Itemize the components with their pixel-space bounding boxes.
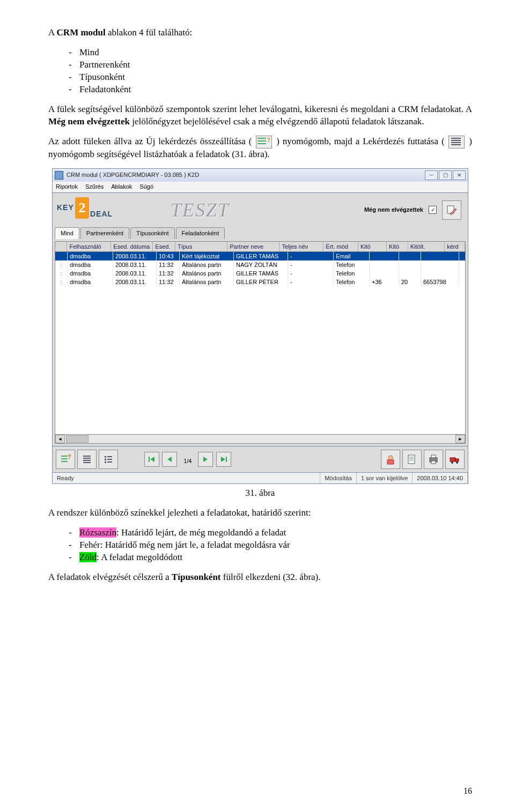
banner: KEY 2 DEAL TESZT Még nem elvégzettek ✓ (52, 193, 468, 227)
user-button[interactable] (381, 450, 400, 469)
cell: Kért tájékoztat (180, 252, 234, 260)
figure-31: CRM modul ( XDPGENCRMDIARY - 03.085 ) K2… (48, 168, 472, 485)
svg-rect-28 (226, 457, 227, 462)
print-button[interactable] (424, 450, 443, 469)
cell: GILLER TAMÁS (234, 269, 288, 278)
grid-body[interactable]: : dmsdba 2008.03.11. 10:43 Kért tájékozt… (55, 252, 466, 435)
cell: - (288, 252, 334, 260)
grid-header: Felhasználó Esed. dátuma Esed. Típus Par… (55, 241, 466, 252)
cell: 2008.03.11. (113, 278, 157, 286)
cell (399, 252, 421, 260)
cell: - (288, 269, 334, 278)
row-selector[interactable]: : (55, 260, 68, 269)
svg-rect-20 (107, 459, 112, 460)
svg-rect-18 (107, 456, 112, 457)
cell: - (288, 260, 334, 269)
svg-point-40 (451, 461, 453, 464)
new-query-icon: ? (256, 136, 272, 148)
cell: Általános partn (180, 260, 234, 269)
col-ert-mod[interactable]: Ért. mód (323, 242, 358, 252)
last-page-button[interactable] (216, 452, 231, 467)
text: ) nyomógomb, majd a Lekérdezés futtatása… (276, 136, 444, 146)
edit-button[interactable] (442, 200, 461, 220)
logo-deal: DEAL (90, 209, 113, 219)
horizontal-scrollbar[interactable]: ◄ ► (55, 435, 466, 444)
col-tipus[interactable]: Típus (175, 242, 227, 252)
row-selector[interactable]: : (55, 252, 68, 260)
tab-partnerenkent[interactable]: Partnerenként (80, 227, 129, 239)
tab-bar: Mind Partnerenként Típusonként Feladaton… (52, 227, 468, 239)
col-kito[interactable]: Kitö (358, 242, 387, 252)
cell: +36 (370, 278, 399, 286)
list-button[interactable] (99, 450, 118, 469)
col-teljes-nev[interactable]: Teljes név (279, 242, 323, 252)
col-kitolt[interactable]: Kitölt. (408, 242, 445, 252)
list-item: Zöld: A feladat megoldódott (48, 552, 472, 564)
col-kito2[interactable]: Kitö (387, 242, 408, 252)
title-bar: CRM modul ( XDPGENCRMDIARY - 03.085 ) K2… (52, 168, 468, 182)
text: Az adott füleken állva az Új lekérdezés … (48, 136, 252, 146)
col-esed-datuma[interactable]: Esed. dátuma (111, 242, 153, 252)
table-row[interactable]: : dmsdba 2008.03.11. 11:32 Általános par… (55, 260, 465, 269)
cell: dmsdba (68, 260, 113, 269)
scroll-left-button[interactable]: ◄ (55, 435, 65, 443)
text: A feladatok elvégzését célszerű a (48, 572, 172, 582)
cell: Telefon (334, 260, 370, 269)
app-icon (55, 171, 63, 180)
grid-wrap: Felhasználó Esed. dátuma Esed. Típus Par… (52, 239, 468, 447)
col-partner-neve[interactable]: Partner neve (227, 242, 279, 252)
menu-ablakok[interactable]: Ablakok (111, 183, 132, 191)
cell: - (288, 278, 334, 286)
col-esed[interactable]: Esed. (153, 242, 175, 252)
cell: NAGY ZOLTÁN (234, 260, 288, 269)
row-selector[interactable]: : (55, 269, 68, 278)
cell (421, 260, 459, 269)
menu-szures[interactable]: Szűrés (85, 183, 104, 191)
text: Fehér: Határidő még nem járt le, a felad… (79, 540, 290, 550)
col-kerd[interactable]: kérd (445, 242, 465, 252)
run-query-icon (448, 136, 465, 148)
cell (421, 252, 459, 260)
row-selector[interactable]: : (55, 278, 68, 286)
list-item: Típusonként (48, 71, 472, 84)
cell: 6653798 (421, 278, 459, 286)
scroll-thumb[interactable] (66, 435, 89, 443)
cell: 11:32 (157, 269, 180, 278)
minimize-button[interactable]: ─ (425, 170, 438, 180)
scroll-right-button[interactable]: ► (455, 435, 465, 443)
run-query-button[interactable] (77, 450, 97, 469)
new-query-button[interactable]: ? (56, 450, 75, 469)
prev-page-button[interactable] (162, 452, 177, 467)
tab-tipusonkent[interactable]: Típusonként (130, 227, 175, 239)
next-page-button[interactable] (198, 452, 213, 467)
svg-rect-16 (83, 462, 91, 463)
maximize-button[interactable]: ▢ (439, 170, 452, 180)
table-row[interactable]: : dmsdba 2008.03.11. 11:32 Általános par… (55, 269, 465, 278)
svg-rect-11 (61, 461, 68, 462)
page-indicator: 1/4 (179, 457, 196, 465)
intro-line: A CRM modul ablakon 4 fül található: (48, 27, 472, 39)
tab-mind[interactable]: Mind (55, 227, 79, 239)
not-done-checkbox[interactable]: ✓ (429, 206, 437, 214)
svg-rect-0 (258, 138, 266, 139)
table-row[interactable]: : dmsdba 2008.03.11. 10:43 Kért tájékozt… (55, 252, 465, 260)
svg-marker-26 (203, 457, 208, 462)
col-felhasznalo[interactable]: Felhasználó (67, 242, 111, 252)
truck-button[interactable] (445, 450, 465, 469)
document-button[interactable] (402, 450, 422, 469)
cell (399, 269, 421, 278)
svg-marker-25 (167, 457, 172, 462)
cell: Telefon (334, 269, 370, 278)
table-row[interactable]: : dmsdba 2008.03.11. 11:32 Általános par… (55, 278, 465, 286)
cell: 2008.03.11. (113, 252, 157, 260)
svg-rect-9 (61, 456, 68, 457)
text: jelölőnégyzet bejelölésével csak a még e… (132, 116, 424, 126)
svg-rect-37 (431, 461, 436, 464)
menu-riportok[interactable]: Riportok (56, 183, 78, 191)
tab-feladatonkent[interactable]: Feladatonként (176, 227, 225, 239)
close-button[interactable]: ✕ (453, 170, 466, 180)
menu-sugo[interactable]: Súgó (139, 183, 153, 191)
cell: 2008.03.11. (113, 269, 157, 278)
first-page-button[interactable] (144, 452, 159, 467)
key2deal-logo: KEY 2 DEAL (57, 198, 121, 222)
